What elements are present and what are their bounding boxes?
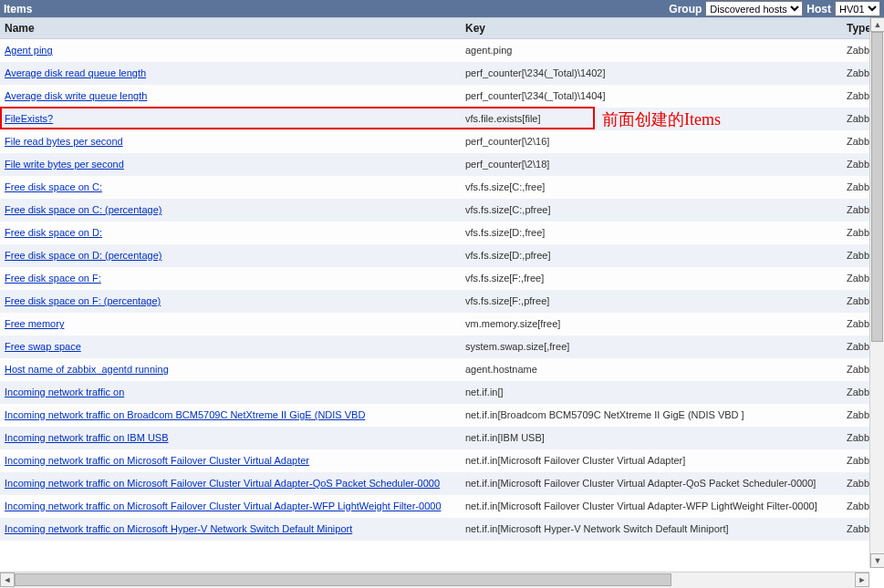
vertical-scroll-track[interactable] (870, 32, 884, 553)
item-key-cell: net.if.in[] (461, 381, 842, 404)
table-row: Host name of zabbix_agentd runningagent.… (0, 358, 869, 381)
item-type-cell: Zabb (842, 153, 869, 176)
item-name-link[interactable]: Free disk space on F: (5, 273, 101, 284)
table-row: Free disk space on F: (percentage)vfs.fs… (0, 290, 869, 313)
group-label: Group (669, 3, 702, 15)
col-header-type[interactable]: Type (842, 18, 869, 39)
item-key-cell: perf_counter[\234(_Total)\1402] (461, 62, 842, 85)
scroll-up-arrow-icon[interactable]: ▲ (870, 17, 884, 32)
item-name-link[interactable]: Incoming network traffic on Microsoft Hy… (5, 523, 352, 534)
item-name-link[interactable]: Average disk read queue length (5, 67, 146, 78)
item-type-cell: Zabb (842, 290, 869, 313)
item-name-link[interactable]: Free swap space (5, 341, 81, 352)
item-name-link[interactable]: Free disk space on D: (percentage) (5, 250, 161, 261)
table-row: Incoming network traffic on Microsoft Hy… (0, 518, 869, 541)
item-type-cell: Zabb (842, 335, 869, 358)
item-key-cell: vm.memory.size[free] (461, 313, 842, 335)
table-row: Agent pingagent.pingZabb (0, 39, 869, 62)
item-name-link[interactable]: Incoming network traffic on (5, 387, 124, 397)
item-type-cell: Zabb (842, 404, 869, 427)
item-type-cell: Zabb (842, 267, 869, 290)
item-name-link[interactable]: Average disk write queue length (5, 90, 147, 101)
item-type-cell: Zabb (842, 108, 869, 130)
horizontal-scroll-thumb[interactable] (15, 573, 671, 586)
item-key-cell: vfs.fs.size[F:,free] (461, 267, 842, 290)
item-type-cell: Zabb (842, 313, 869, 335)
item-type-cell: Zabb (842, 472, 869, 495)
item-key-cell: vfs.fs.size[D:,pfree] (461, 244, 842, 267)
table-row: FileExists?vfs.file.exists[file]Zabb (0, 108, 869, 130)
table-row: Free disk space on D:vfs.fs.size[D:,free… (0, 222, 869, 244)
item-key-cell: perf_counter[\2\18] (461, 153, 842, 176)
host-select[interactable]: HV01 (835, 1, 880, 16)
table-row: Incoming network traffic on Microsoft Fa… (0, 449, 869, 472)
item-name-link[interactable]: Incoming network traffic on Broadcom BCM… (5, 409, 365, 420)
table-row: Incoming network traffic on Broadcom BCM… (0, 404, 869, 427)
item-key-cell: net.if.in[Microsoft Hyper-V Network Swit… (461, 518, 842, 541)
item-key-cell: system.swap.size[,free] (461, 335, 842, 358)
item-type-cell: Zabb (842, 130, 869, 153)
table-row: Free disk space on C:vfs.fs.size[C:,free… (0, 176, 869, 199)
item-key-cell: perf_counter[\234(_Total)\1404] (461, 85, 842, 108)
item-key-cell: vfs.fs.size[D:,free] (461, 222, 842, 244)
table-row: Free disk space on F:vfs.fs.size[F:,free… (0, 267, 869, 290)
item-name-link[interactable]: Free disk space on D: (5, 227, 102, 238)
table-row: Free disk space on D: (percentage)vfs.fs… (0, 244, 869, 267)
horizontal-scroll-track[interactable] (15, 573, 855, 588)
scroll-down-arrow-icon[interactable]: ▼ (870, 553, 884, 568)
item-key-cell: net.if.in[Microsoft Failover Cluster Vir… (461, 495, 842, 518)
item-type-cell: Zabb (842, 199, 869, 222)
scroll-right-arrow-icon[interactable]: ► (855, 573, 869, 587)
item-name-link[interactable]: Host name of zabbix_agentd running (5, 364, 169, 375)
item-type-cell: Zabb (842, 518, 869, 541)
item-key-cell: agent.ping (461, 39, 842, 62)
item-name-link[interactable]: Free disk space on C: (percentage) (5, 204, 161, 215)
item-type-cell: Zabb (842, 39, 869, 62)
item-name-link[interactable]: File read bytes per second (5, 136, 123, 147)
item-name-link[interactable]: File write bytes per second (5, 159, 124, 170)
item-type-cell: Zabb (842, 222, 869, 244)
col-header-name[interactable]: Name (0, 18, 461, 39)
item-name-link[interactable]: Incoming network traffic on Microsoft Fa… (5, 478, 440, 489)
scroll-left-arrow-icon[interactable]: ◄ (0, 573, 15, 587)
item-name-link[interactable]: Agent ping (5, 45, 53, 56)
item-type-cell: Zabb (842, 244, 869, 267)
vertical-scroll-thumb[interactable] (871, 32, 883, 342)
table-row: File write bytes per secondperf_counter[… (0, 153, 869, 176)
item-key-cell: agent.hostname (461, 358, 842, 381)
item-name-link[interactable]: Incoming network traffic on Microsoft Fa… (5, 455, 309, 466)
item-key-cell: vfs.fs.size[F:,pfree] (461, 290, 842, 313)
item-type-cell: Zabb (842, 358, 869, 381)
item-name-link[interactable]: Free memory (5, 318, 64, 329)
item-name-link[interactable]: Incoming network traffic on Microsoft Fa… (5, 500, 442, 511)
item-type-cell: Zabb (842, 176, 869, 199)
items-table: Name Key Type Agent pingagent.pingZabbAv… (0, 17, 869, 541)
item-key-cell: perf_counter[\2\16] (461, 130, 842, 153)
item-key-cell: net.if.in[IBM USB] (461, 427, 842, 449)
col-header-key[interactable]: Key (461, 18, 842, 39)
item-name-link[interactable]: Free disk space on C: (5, 181, 102, 192)
item-name-link[interactable]: Free disk space on F: (percentage) (5, 295, 161, 306)
table-row: Average disk read queue lengthperf_count… (0, 62, 869, 85)
table-row: Incoming network traffic on Microsoft Fa… (0, 495, 869, 518)
table-row: Incoming network traffic on Microsoft Fa… (0, 472, 869, 495)
horizontal-scrollbar[interactable]: ◄ ► (0, 572, 869, 588)
item-key-cell: net.if.in[Broadcom BCM5709C NetXtreme II… (461, 404, 842, 427)
items-header: Items Group Discovered hosts Host HV01 (0, 0, 884, 17)
item-type-cell: Zabb (842, 62, 869, 85)
vertical-scrollbar[interactable]: ▲ ▼ (869, 17, 884, 568)
table-header-row: Name Key Type (0, 18, 869, 39)
item-name-link[interactable]: Incoming network traffic on IBM USB (5, 432, 169, 443)
item-type-cell: Zabb (842, 85, 869, 108)
host-label: Host (806, 3, 831, 15)
items-title: Items (4, 3, 32, 15)
items-content: Name Key Type Agent pingagent.pingZabbAv… (0, 17, 869, 568)
item-name-link[interactable]: FileExists? (5, 113, 53, 124)
table-row: Average disk write queue lengthperf_coun… (0, 85, 869, 108)
item-type-cell: Zabb (842, 427, 869, 449)
table-row: Incoming network traffic onnet.if.in[]Za… (0, 381, 869, 404)
group-select[interactable]: Discovered hosts (705, 1, 803, 16)
table-row: Free swap spacesystem.swap.size[,free]Za… (0, 335, 869, 358)
item-type-cell: Zabb (842, 449, 869, 472)
item-key-cell: net.if.in[Microsoft Failover Cluster Vir… (461, 449, 842, 472)
